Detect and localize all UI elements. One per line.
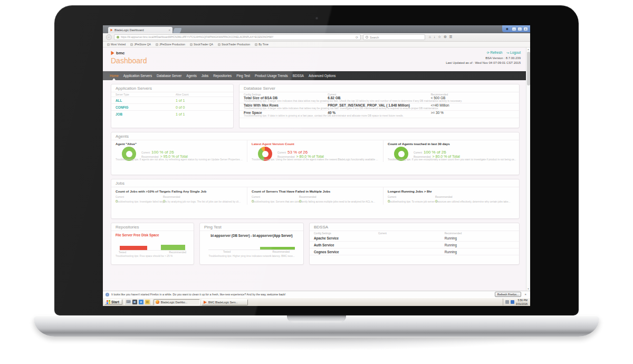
menu-icon[interactable]: ☰: [449, 35, 453, 39]
bookmark-by-time[interactable]: By Time: [255, 43, 268, 46]
troubleshooting-tip: Troubleshooting tips: Using the latest v…: [252, 158, 381, 161]
jobs-failing-card: Count of Jobs with >10% of Targets Faili…: [111, 187, 247, 205]
bookmark-jpetstore-production[interactable]: JPetStore Production: [156, 43, 185, 46]
troubleshooting-tip: Troubleshooting tips: A larger size indi…: [244, 100, 515, 102]
bmc-logo-text: bmc: [116, 51, 124, 55]
bookmark-most-visited[interactable]: Most Visited: [107, 43, 126, 46]
server-type-link[interactable]: JOB: [116, 112, 122, 116]
taskbar-separator: [151, 299, 152, 305]
tab-advanced-options[interactable]: Advanced Options: [309, 74, 335, 78]
scroll-down-icon[interactable]: ▼: [528, 287, 530, 291]
alive-count: 1 of 1: [176, 99, 229, 102]
reload-icon[interactable]: ⟳: [356, 35, 358, 39]
notification-close-icon[interactable]: ×: [523, 293, 528, 296]
folder-icon[interactable]: ▤: [145, 300, 150, 304]
internet-explorer-icon[interactable]: e: [139, 300, 143, 304]
current-value: 6.82 GB: [328, 96, 430, 100]
info-icon: i: [106, 293, 109, 296]
browser-titlebar: BladeLogic Dashboard × ☻ – ▫ ×: [103, 25, 530, 33]
tab-ping-test[interactable]: Ping Test: [236, 74, 250, 78]
tab-database-server[interactable]: Database Server: [157, 74, 181, 78]
col-config-settings: Config Settings: [314, 232, 378, 235]
close-button[interactable]: ×: [523, 27, 528, 31]
col-server-type: Server Type: [116, 93, 129, 96]
col-current: Current: [378, 232, 445, 235]
table-row: Auth Service Running: [310, 242, 519, 248]
brand-block: bmc Dashboard: [111, 51, 147, 71]
bmc-favicon: [110, 28, 113, 32]
toolbar-icons: ⌂ ↓ ☆ ⚙ ☰: [429, 35, 453, 39]
server-type-link[interactable]: ALL: [116, 99, 122, 102]
tab-close-icon[interactable]: ×: [168, 28, 170, 32]
scrollbar-thumb[interactable]: [527, 52, 530, 85]
refresh-firefox-button[interactable]: Refresh Firefox...: [495, 292, 522, 297]
task-button-bladelogic-dashboard[interactable]: BladeLogic Dashbo...: [154, 299, 200, 305]
scroll-up-icon[interactable]: ▲: [528, 47, 530, 51]
current-label: Current: [141, 151, 150, 154]
config-name: Total Size of BSA DB: [244, 96, 328, 100]
server-type-link[interactable]: CONFIG: [116, 106, 129, 109]
bookmark-icon: [255, 43, 257, 46]
taskbar-clock[interactable]: 5:56 PM 3/31/2016: [516, 299, 529, 305]
tab-home[interactable]: Home: [110, 74, 119, 78]
tab-jobs[interactable]: Jobs: [202, 74, 208, 78]
refresh-link[interactable]: ⟳ Refresh: [487, 51, 503, 54]
current-value: 53 % of 26: [287, 150, 308, 155]
browser-tab[interactable]: BladeLogic Dashboard ×: [108, 27, 172, 33]
tray-icon[interactable]: [505, 300, 509, 304]
back-button[interactable]: ←: [106, 34, 112, 40]
tab-repositories[interactable]: Repositories: [213, 74, 232, 78]
task-button-bmc-bladelogic-server[interactable]: BMC BladeLogic Serv...: [202, 299, 248, 305]
agent-alive-card: Agent "Alive" Current100 % of 26 Recomme…: [111, 140, 247, 162]
logout-icon: ↪: [506, 51, 509, 54]
restore-button[interactable]: ▫: [517, 27, 522, 31]
troubleshooting-tip: Troubleshooting tips: If you see excepti…: [388, 158, 517, 161]
display-icon[interactable]: ▣: [132, 300, 137, 304]
page-scrollbar[interactable]: ▲ ▼: [526, 47, 530, 291]
panel-title: Ping Test: [200, 223, 303, 231]
address-bar[interactable]: https://bl-appserver.bmc.local/#/Dashboa…: [114, 34, 361, 40]
logout-link[interactable]: ↪ Logout: [506, 51, 521, 54]
home-icon[interactable]: ⌂: [429, 35, 431, 39]
bookmark-star-icon[interactable]: ☆: [438, 35, 441, 39]
tab-product-usage-trends[interactable]: Product Usage Trends: [255, 74, 288, 78]
table-row: JOB 1 of 1: [111, 110, 233, 117]
bookmark-stocktrader-qa[interactable]: StockTrader QA: [190, 43, 213, 46]
start-button[interactable]: Start: [104, 299, 122, 305]
bdssa-panel: BDSSA Config Settings Current Recommende…: [309, 223, 520, 265]
bmc-icon: [204, 301, 207, 304]
minimize-button[interactable]: –: [512, 27, 516, 31]
new-tab-button[interactable]: [172, 28, 181, 33]
table-row: Total Size of BSA DB 6.82 GB < 500 GB Tr…: [239, 96, 519, 103]
service-status: Running: [445, 250, 515, 254]
search-input[interactable]: Search: [363, 34, 425, 40]
recommended-label: Recommended: [272, 251, 290, 253]
bar-chart: [119, 239, 186, 251]
agents-touched-card: Count of Agents touched in last 30 days …: [383, 140, 519, 162]
table-row: Apache Service Running: [310, 235, 519, 242]
tray-icon[interactable]: [511, 300, 514, 304]
download-icon[interactable]: ↓: [434, 35, 435, 39]
bookmark-jpetstore-qa[interactable]: JPetStore QA: [130, 43, 151, 46]
stage: BladeLogic Dashboard × ☻ – ▫ × ← https:/…: [0, 0, 633, 364]
tab-application-servers[interactable]: Application Servers: [123, 74, 152, 78]
browser-toolbar: ← https://bl-appserver.bmc.local/#/Dashb…: [103, 33, 530, 42]
remote-desktop-icon[interactable]: ⌨: [126, 300, 131, 304]
dashboard-content: Application Servers Server Type Alive Co…: [103, 80, 530, 265]
bsa-version: BSA Version : 8.7.00.239: [446, 56, 521, 61]
metric-title: File Server Free Disk Space: [111, 231, 194, 237]
profile-icon[interactable]: ☻: [505, 27, 509, 31]
current-value: 100 % of 26: [424, 150, 446, 155]
tab-bdssa[interactable]: BDSSA: [293, 74, 304, 78]
table-row: Table With Max Rows PROP_SET_INSTANCE_PR…: [239, 103, 519, 111]
dashboard-nav: Home Application Servers Database Server…: [103, 71, 530, 80]
current-label: Current: [252, 196, 299, 198]
recommended-value: > 80.0 % of Total: [296, 155, 324, 158]
bookmark-stocktrader-production[interactable]: StockTrader Production: [218, 43, 250, 46]
config-name: Free Space: [244, 111, 328, 114]
panel-title: Agents: [111, 132, 519, 140]
url-text[interactable]: https://bl-appserver.bmc.local/#/Dashboa…: [121, 36, 354, 39]
tab-agents[interactable]: Agents: [186, 74, 197, 78]
settings-icon[interactable]: ⚙: [444, 35, 447, 39]
panel-title: Application Servers: [111, 84, 233, 92]
